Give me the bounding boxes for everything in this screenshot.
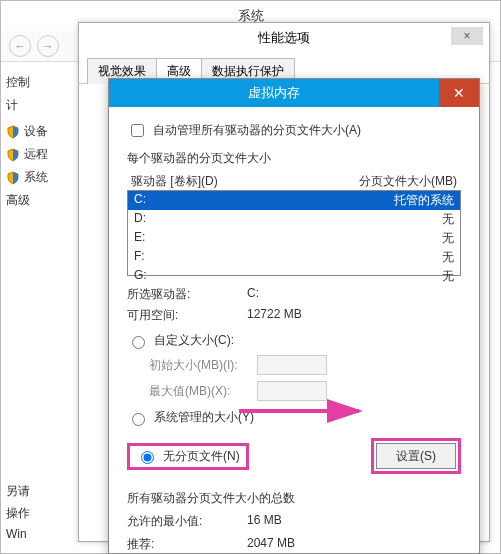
radio-custom-input[interactable] bbox=[132, 336, 145, 349]
radio-system-managed[interactable]: 系统管理的大小(Y) bbox=[127, 409, 461, 426]
sidebar-item-system[interactable]: 系统 bbox=[6, 166, 80, 189]
initial-size-label: 初始大小(MB)(I): bbox=[149, 357, 249, 374]
drive-value: 托管的系统 bbox=[394, 192, 454, 209]
shield-icon bbox=[6, 171, 20, 185]
vm-titlebar: 虚拟内存 ✕ bbox=[109, 79, 479, 107]
drive-letter: D: bbox=[134, 211, 442, 228]
drive-row[interactable]: F: 无 bbox=[128, 248, 460, 267]
selected-drive-value: C: bbox=[247, 286, 259, 303]
sidebar-item-remote[interactable]: 远程 bbox=[6, 143, 80, 166]
virtual-memory-window: 虚拟内存 ✕ 自动管理所有驱动器的分页文件大小(A) 每个驱动器的分页文件大小 … bbox=[108, 78, 480, 554]
auto-manage-label: 自动管理所有驱动器的分页文件大小(A) bbox=[153, 122, 361, 139]
selected-drive-label: 所选驱动器: bbox=[127, 286, 247, 303]
shield-icon bbox=[6, 148, 20, 162]
shield-icon bbox=[6, 125, 20, 139]
rec-row: 推荐: 2047 MB bbox=[127, 536, 461, 553]
compute-label: 计 bbox=[6, 97, 80, 114]
free-space-value: 12722 MB bbox=[247, 307, 302, 324]
drive-value: 无 bbox=[442, 249, 454, 266]
no-paging-row: 无分页文件(N) 设置(S) bbox=[127, 438, 461, 474]
drive-list-header: 驱动器 [卷标](D) 分页文件大小(MB) bbox=[127, 173, 461, 190]
side-link[interactable]: 另请 bbox=[6, 481, 30, 503]
drive-value: 无 bbox=[442, 268, 454, 285]
initial-size-input[interactable] bbox=[257, 355, 327, 375]
rec-label: 推荐: bbox=[127, 536, 247, 553]
side-links: 另请 操作 Win bbox=[6, 481, 30, 546]
free-space-row: 可用空间: 12722 MB bbox=[127, 307, 461, 324]
nav-forward-icon[interactable]: → bbox=[37, 35, 59, 57]
drive-row[interactable]: D: 无 bbox=[128, 210, 460, 229]
sidebar-item-label: 高级 bbox=[6, 192, 30, 209]
perf-close-button[interactable]: × bbox=[451, 27, 483, 45]
radio-no-paging[interactable]: 无分页文件(N) bbox=[136, 448, 240, 465]
vm-body: 自动管理所有驱动器的分页文件大小(A) 每个驱动器的分页文件大小 驱动器 [卷标… bbox=[109, 107, 479, 554]
drive-list[interactable]: C: 托管的系统 D: 无 E: 无 F: 无 G: 无 bbox=[127, 190, 461, 276]
radio-no-paging-input[interactable] bbox=[141, 451, 154, 464]
drive-value: 无 bbox=[442, 230, 454, 247]
performance-title: 性能选项 × bbox=[79, 23, 489, 53]
min-value: 16 MB bbox=[247, 513, 282, 530]
max-size-row: 最大值(MB)(X): bbox=[149, 381, 461, 401]
totals-label: 所有驱动器分页文件大小的总数 bbox=[127, 490, 461, 507]
sidebar-item-device[interactable]: 设备 bbox=[6, 120, 80, 143]
rec-value: 2047 MB bbox=[247, 536, 295, 553]
min-label: 允许的最小值: bbox=[127, 513, 247, 530]
sidebar-item-label: 设备 bbox=[24, 123, 48, 140]
free-space-label: 可用空间: bbox=[127, 307, 247, 324]
drive-value: 无 bbox=[442, 211, 454, 228]
auto-manage-checkbox[interactable] bbox=[131, 124, 144, 137]
side-link[interactable]: Win bbox=[6, 524, 30, 546]
per-drive-label: 每个驱动器的分页文件大小 bbox=[127, 150, 461, 167]
auto-manage-checkbox-row[interactable]: 自动管理所有驱动器的分页文件大小(A) bbox=[127, 121, 461, 140]
sidebar-item-label: 远程 bbox=[24, 146, 48, 163]
nav-back-icon[interactable]: ← bbox=[9, 35, 31, 57]
control-label: 控制 bbox=[6, 74, 80, 91]
drive-letter: C: bbox=[134, 192, 394, 209]
drive-letter: F: bbox=[134, 249, 442, 266]
drive-row[interactable]: G: 无 bbox=[128, 267, 460, 286]
set-button[interactable]: 设置(S) bbox=[376, 443, 456, 469]
radio-no-paging-label: 无分页文件(N) bbox=[163, 448, 240, 465]
max-size-input[interactable] bbox=[257, 381, 327, 401]
set-button-highlight: 设置(S) bbox=[371, 438, 461, 474]
drive-letter: G: bbox=[134, 268, 442, 285]
min-row: 允许的最小值: 16 MB bbox=[127, 513, 461, 530]
selected-drive-row: 所选驱动器: C: bbox=[127, 286, 461, 303]
radio-system-input[interactable] bbox=[132, 413, 145, 426]
radio-custom-size[interactable]: 自定义大小(C): bbox=[127, 332, 461, 349]
sidebar-item-advanced[interactable]: 高级 bbox=[6, 189, 80, 212]
drive-letter: E: bbox=[134, 230, 442, 247]
performance-title-text: 性能选项 bbox=[258, 30, 310, 45]
initial-size-row: 初始大小(MB)(I): bbox=[149, 355, 461, 375]
vm-close-button[interactable]: ✕ bbox=[439, 79, 479, 107]
radio-custom-label: 自定义大小(C): bbox=[154, 332, 234, 349]
drive-row[interactable]: C: 托管的系统 bbox=[128, 191, 460, 210]
side-link[interactable]: 操作 bbox=[6, 503, 30, 525]
sidebar-item-label: 系统 bbox=[24, 169, 48, 186]
max-size-label: 最大值(MB)(X): bbox=[149, 383, 249, 400]
radio-system-label: 系统管理的大小(Y) bbox=[154, 409, 254, 426]
header-drive: 驱动器 [卷标](D) bbox=[131, 173, 359, 190]
header-size: 分页文件大小(MB) bbox=[359, 173, 457, 190]
vm-title: 虚拟内存 bbox=[109, 84, 439, 102]
drive-row[interactable]: E: 无 bbox=[128, 229, 460, 248]
radio-no-paging-highlight: 无分页文件(N) bbox=[127, 443, 249, 470]
control-panel-sidebar: 控制 计 设备 远程 系统 高级 bbox=[0, 68, 80, 212]
